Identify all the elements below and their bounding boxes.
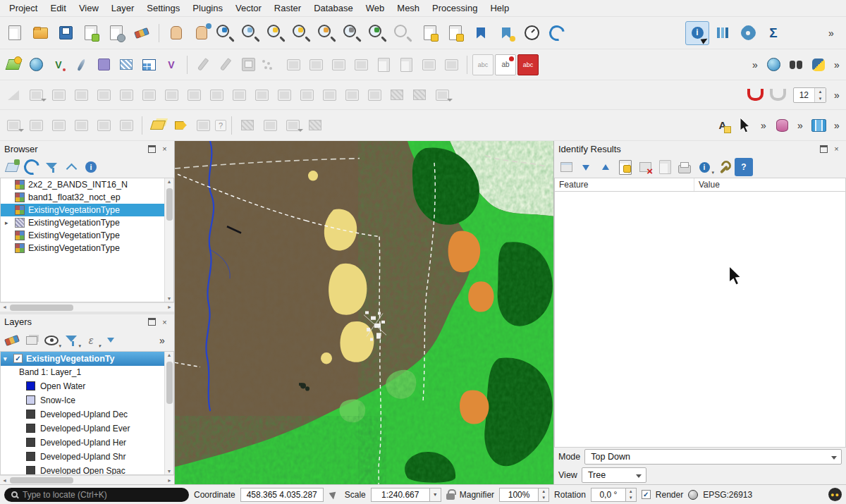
legend-item[interactable]: Developed-Upland Shr bbox=[1, 450, 173, 464]
refresh-map-button[interactable] bbox=[545, 21, 569, 45]
copy-features-button[interactable] bbox=[373, 54, 394, 75]
layer-labeling-options-button[interactable]: abc bbox=[517, 54, 539, 75]
merge-features-button[interactable] bbox=[341, 85, 362, 106]
toolbar-extension7-button[interactable]: » bbox=[830, 115, 843, 136]
layers-extension-button[interactable]: » bbox=[153, 331, 171, 350]
undo-button[interactable] bbox=[418, 54, 439, 75]
menu-database[interactable]: Database bbox=[307, 1, 360, 16]
show-unplaced-labels-button[interactable]: abc bbox=[472, 54, 494, 75]
manage-map-themes-button[interactable]: ▾ bbox=[42, 331, 61, 350]
statistical-summary-button[interactable] bbox=[711, 21, 735, 45]
legend-item[interactable]: Open Water bbox=[1, 379, 173, 393]
overlay-polygons-button[interactable] bbox=[282, 115, 303, 136]
browser-undock-icon[interactable] bbox=[147, 144, 157, 154]
whats-this-help-button[interactable]: ? bbox=[215, 120, 226, 131]
new-3d-map-view-button[interactable] bbox=[443, 21, 467, 45]
layers-vscrollbar[interactable]: ▲▼ bbox=[164, 352, 173, 475]
menu-mesh[interactable]: Mesh bbox=[391, 1, 426, 16]
zoom-to-selection-button[interactable] bbox=[291, 21, 315, 45]
copy-feature-button[interactable] bbox=[656, 158, 674, 176]
add-delimited-text-layer-button[interactable] bbox=[70, 54, 92, 75]
identify-help-button[interactable]: ? bbox=[735, 158, 753, 176]
delete-part-button[interactable] bbox=[228, 85, 250, 106]
legend-item[interactable]: Developed-Upland Her bbox=[1, 436, 173, 450]
layers-undock-icon[interactable] bbox=[147, 316, 157, 327]
browser-item[interactable]: ▸ExistingVegetationType bbox=[1, 216, 173, 229]
layers-close-icon[interactable]: × bbox=[159, 316, 170, 327]
menu-raster[interactable]: Raster bbox=[268, 1, 307, 16]
scale-dropdown-icon[interactable]: ▼ bbox=[430, 488, 441, 502]
legend-item[interactable]: Snow-Ice bbox=[1, 393, 173, 407]
select-by-expression-button[interactable] bbox=[70, 115, 92, 136]
zoom-next-button[interactable] bbox=[393, 21, 417, 45]
style-manager-button[interactable] bbox=[130, 21, 154, 45]
simplify-feature-button[interactable] bbox=[116, 85, 137, 106]
metasearch-button[interactable] bbox=[763, 54, 784, 75]
layer-visibility-checkbox[interactable] bbox=[13, 354, 23, 363]
toolbar-extension-button[interactable]: » bbox=[819, 21, 843, 45]
mouse-position-icon[interactable] bbox=[329, 489, 340, 500]
legend-item[interactable]: Developed-Upland Ever bbox=[1, 422, 173, 436]
add-ring-button[interactable] bbox=[138, 85, 159, 106]
browser-vscrollbar[interactable]: ▲▼ bbox=[164, 178, 173, 302]
menu-layer[interactable]: Layer bbox=[105, 1, 141, 16]
add-spatialite-layer-button[interactable] bbox=[93, 54, 114, 75]
save-layer-edits-button[interactable] bbox=[238, 54, 259, 75]
zoom-full-button[interactable] bbox=[266, 21, 290, 45]
open-layer-styling-button[interactable] bbox=[3, 331, 21, 350]
new-project-button[interactable] bbox=[3, 21, 27, 45]
options-button[interactable] bbox=[736, 21, 760, 45]
menu-vector[interactable]: Vector bbox=[229, 1, 268, 16]
value-column-header[interactable]: Value bbox=[694, 178, 845, 191]
zoom-to-layer-button[interactable] bbox=[317, 21, 341, 45]
legend-item[interactable]: Developed Open Spac bbox=[1, 464, 173, 476]
menu-view[interactable]: View bbox=[73, 1, 105, 16]
deselect-features-button[interactable] bbox=[48, 115, 69, 136]
delete-ring-button[interactable] bbox=[206, 85, 227, 106]
save-project-button[interactable] bbox=[54, 21, 78, 45]
offset-curve-button[interactable] bbox=[251, 85, 272, 106]
refresh-browser-button[interactable] bbox=[23, 158, 41, 176]
add-mesh-layer-button[interactable] bbox=[116, 54, 137, 75]
new-spatial-bookmark-button[interactable] bbox=[494, 21, 518, 45]
layer-row-selected[interactable]: ▾ExistingVegetationTy bbox=[1, 352, 173, 366]
copy-move-feature-button[interactable] bbox=[70, 85, 92, 106]
expand-all-button[interactable] bbox=[102, 331, 120, 350]
db-manager-button[interactable] bbox=[771, 115, 792, 136]
add-feature-button[interactable] bbox=[260, 54, 281, 75]
move-feature-button[interactable] bbox=[48, 85, 69, 106]
browser-item[interactable]: ExistingVegetationType bbox=[1, 242, 173, 254]
menu-settings[interactable]: Settings bbox=[140, 1, 186, 16]
menu-plugins[interactable]: Plugins bbox=[186, 1, 229, 16]
pan-map-button[interactable] bbox=[164, 21, 188, 45]
toggle-editing-button[interactable] bbox=[215, 54, 236, 75]
show-bookmarks-button[interactable] bbox=[469, 21, 493, 45]
identify-close-icon[interactable]: × bbox=[831, 144, 842, 154]
python-console-button[interactable] bbox=[808, 54, 829, 75]
rotate-feature-button[interactable] bbox=[93, 85, 114, 106]
view-dropdown[interactable]: Tree bbox=[582, 467, 646, 483]
show-statistics-button[interactable]: Σ bbox=[761, 21, 785, 45]
identify-results-area[interactable] bbox=[554, 192, 846, 448]
zoom-in-button[interactable] bbox=[215, 21, 239, 45]
merge-attributes-button[interactable] bbox=[364, 85, 385, 106]
open-data-source-manager-button[interactable] bbox=[3, 54, 24, 75]
legend-item[interactable]: Developed-Upland Dec bbox=[1, 407, 173, 422]
toolbar-extension2-button[interactable]: » bbox=[749, 54, 761, 75]
zoom-out-button[interactable] bbox=[240, 21, 264, 45]
identify-settings-button[interactable] bbox=[715, 158, 733, 176]
add-raster-layer-button[interactable] bbox=[25, 54, 47, 75]
clear-results-button[interactable] bbox=[636, 158, 654, 176]
layer-labeling-button[interactable]: A bbox=[712, 115, 733, 136]
show-layout-manager-button[interactable] bbox=[104, 21, 128, 45]
map-tips-button[interactable] bbox=[192, 115, 214, 136]
advanced-digitizing-button[interactable] bbox=[3, 85, 24, 106]
cut-features-button[interactable] bbox=[350, 54, 372, 75]
mesh-digitizing-button[interactable] bbox=[237, 115, 258, 136]
mesh-transform-button[interactable] bbox=[259, 115, 281, 136]
offset-point-symbol-button[interactable] bbox=[409, 85, 430, 106]
toolbar-extension6-button[interactable]: » bbox=[794, 115, 807, 136]
field-calculator-button[interactable] bbox=[116, 115, 137, 136]
add-postgis-layer-button[interactable] bbox=[138, 54, 159, 75]
expand-new-results-button[interactable] bbox=[616, 158, 634, 176]
